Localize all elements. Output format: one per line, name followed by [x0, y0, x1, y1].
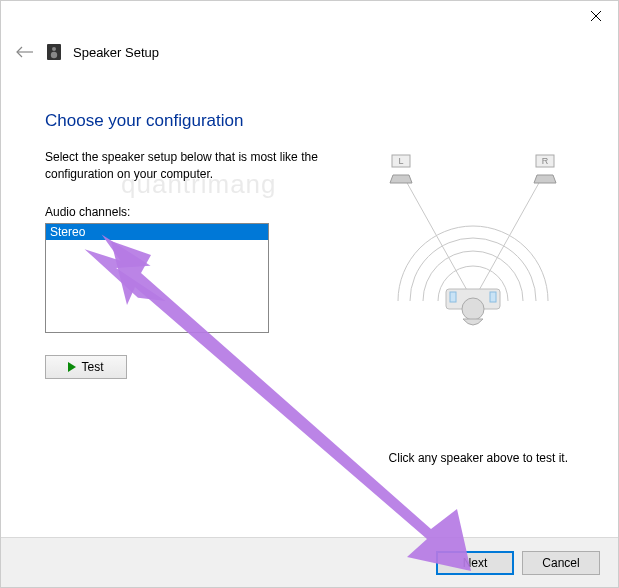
svg-marker-9: [390, 175, 412, 183]
svg-point-13: [462, 298, 484, 320]
speaker-diagram: L R: [368, 151, 578, 351]
footer: Next Cancel: [1, 537, 618, 587]
page-description: Select the speaker setup below that is m…: [45, 149, 345, 183]
close-icon: [591, 11, 601, 21]
play-icon: [68, 362, 76, 372]
test-button-label: Test: [81, 360, 103, 374]
svg-rect-15: [490, 292, 496, 302]
svg-point-4: [52, 47, 56, 51]
svg-rect-14: [450, 292, 456, 302]
right-speaker-label: R: [542, 156, 549, 166]
right-speaker-icon[interactable]: R: [534, 155, 556, 183]
speaker-device-icon: [45, 43, 63, 61]
cancel-button[interactable]: Cancel: [522, 551, 600, 575]
audio-channels-listbox[interactable]: Stereo: [45, 223, 269, 333]
page-heading: Choose your configuration: [45, 111, 578, 131]
test-button[interactable]: Test: [45, 355, 127, 379]
speaker-hint-text: Click any speaker above to test it.: [389, 451, 568, 465]
left-speaker-icon[interactable]: L: [390, 155, 412, 183]
left-speaker-label: L: [398, 156, 403, 166]
svg-marker-11: [534, 175, 556, 183]
header-row: Speaker Setup: [1, 37, 618, 61]
svg-point-5: [51, 52, 57, 58]
window-title: Speaker Setup: [73, 45, 159, 60]
listener-icon: [446, 289, 500, 325]
list-item[interactable]: Stereo: [46, 224, 268, 240]
back-arrow-icon[interactable]: [15, 45, 35, 59]
close-button[interactable]: [573, 1, 618, 31]
next-button[interactable]: Next: [436, 551, 514, 575]
svg-line-6: [406, 181, 473, 301]
svg-line-7: [473, 181, 540, 301]
